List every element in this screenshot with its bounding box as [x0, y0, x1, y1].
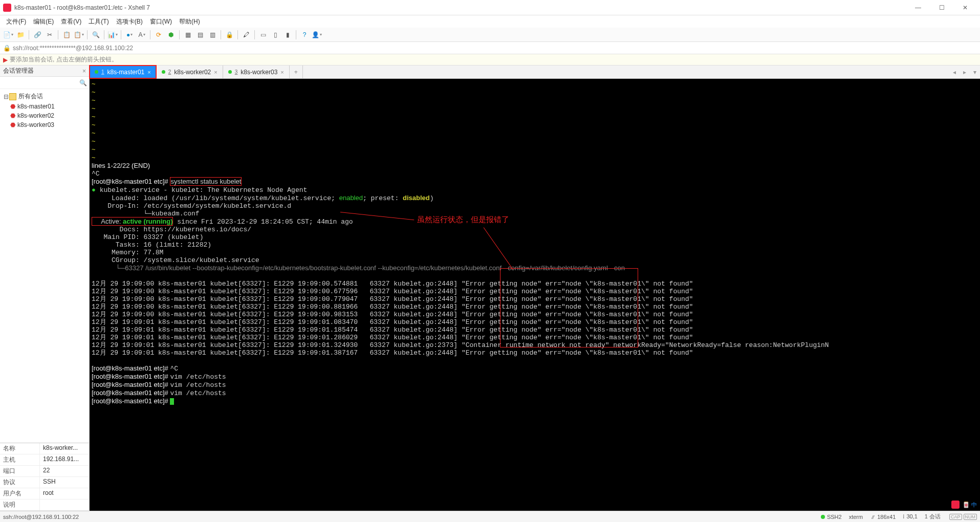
address-bar: 🔒 ssh://root:***************@192.168.91.… — [0, 42, 980, 54]
search-icon[interactable]: 🔍 — [79, 79, 87, 86]
tab-number: 3 — [235, 69, 238, 75]
new-session-button[interactable]: 📄 — [3, 30, 13, 40]
session-item[interactable]: ⬣ k8s-master01 — [0, 102, 89, 111]
tab-k8s-master01[interactable]: 1 k8s-master01 × — [90, 66, 157, 78]
tab-k8s-worker03[interactable]: 3 k8s-worker03 × — [223, 66, 290, 78]
lock-icon: 🔒 — [3, 45, 11, 52]
separator — [179, 30, 180, 39]
tab-number: 2 — [168, 69, 171, 75]
properties-button[interactable]: 📊 — [107, 30, 118, 40]
tree-root-label: 所有会话 — [18, 92, 43, 101]
menu-tab[interactable]: 选项卡(B) — [113, 16, 146, 27]
menu-view[interactable]: 查看(V) — [58, 16, 84, 27]
tab-list-button[interactable]: ▾ — [970, 66, 980, 78]
layout2-button[interactable]: ▤ — [195, 30, 205, 40]
help-button[interactable]: ? — [299, 30, 310, 40]
refresh-button[interactable]: ⟳ — [154, 30, 164, 40]
hint-text: 要添加当前会话, 点击左侧的箭头按钮。 — [10, 55, 118, 64]
tab-label: k8s-worker02 — [174, 69, 211, 76]
separator — [221, 30, 221, 39]
sidebar: 会话管理器 × 🔍 ⊟ 所有会话 ⬣ k8s-master01 ⬣ k8s-wo… — [0, 66, 90, 511]
titlebar: k8s-master01 - root@k8s-master01:/etc - … — [0, 0, 980, 15]
font-button[interactable]: A — [137, 30, 147, 40]
view3-button[interactable]: ▮ — [282, 30, 293, 40]
user-button[interactable]: 👤 — [312, 30, 322, 40]
layout3-button[interactable]: ▥ — [207, 30, 217, 40]
status-cursor: ⁞ 30,1 — [903, 513, 917, 520]
hint-bar: ▶ 要添加当前会话, 点击左侧的箭头按钮。 — [0, 54, 980, 66]
session-icon: ⬣ — [10, 103, 15, 110]
tab-close-icon[interactable]: × — [214, 69, 217, 75]
tray-ime-icon[interactable]: 🀄 中 — [963, 501, 977, 509]
tab-k8s-worker02[interactable]: 2 k8s-worker02 × — [157, 66, 223, 78]
address-text[interactable]: ssh://root:***************@192.168.91.10… — [13, 45, 133, 52]
status-caps: CAPNUM — [948, 513, 977, 520]
menu-window[interactable]: 窗口(W) — [147, 16, 175, 27]
paste-button[interactable]: 📋 — [74, 30, 84, 40]
status-connection: ssh://root@192.168.91.100:22 — [3, 514, 79, 520]
maximize-button[interactable]: ☐ — [930, 0, 953, 15]
layout1-button[interactable]: ▦ — [183, 30, 193, 40]
window-title: k8s-master01 - root@k8s-master01:/etc - … — [14, 4, 906, 11]
lock-button[interactable]: 🔒 — [224, 30, 234, 40]
session-tabs: 1 k8s-master01 × 2 k8s-worker02 × 3 k8s-… — [90, 66, 980, 79]
copy-button[interactable]: 📋 — [61, 30, 72, 40]
separator — [58, 30, 58, 39]
menu-edit[interactable]: 编辑(E) — [30, 16, 57, 27]
collapse-icon[interactable]: ⊟ — [3, 93, 9, 100]
separator — [121, 30, 121, 39]
content: 1 k8s-master01 × 2 k8s-worker02 × 3 k8s-… — [90, 66, 980, 511]
session-item[interactable]: ⬣ k8s-worker03 — [0, 120, 89, 129]
separator — [150, 30, 150, 39]
status-ssh: SSH2 — [821, 514, 842, 520]
view2-button[interactable]: ▯ — [270, 30, 280, 40]
menu-file[interactable]: 文件(F) — [3, 16, 29, 27]
session-tree: ⊟ 所有会话 ⬣ k8s-master01 ⬣ k8s-worker02 ⬣ k… — [0, 89, 89, 443]
session-item[interactable]: ⬣ k8s-worker02 — [0, 111, 89, 120]
reconnect-button[interactable]: 🔗 — [32, 30, 42, 40]
flag-icon: ▶ — [3, 56, 8, 63]
sidebar-search: 🔍 — [0, 77, 89, 89]
session-search-input[interactable] — [2, 79, 79, 86]
separator — [296, 30, 296, 39]
tab-number: 1 — [101, 69, 104, 75]
open-button[interactable]: 📁 — [15, 30, 26, 40]
main-area: 会话管理器 × 🔍 ⊟ 所有会话 ⬣ k8s-master01 ⬣ k8s-wo… — [0, 66, 980, 511]
tab-label: k8s-worker03 — [241, 69, 277, 76]
session-label: k8s-worker03 — [17, 121, 54, 128]
menu-help[interactable]: 帮助(H) — [176, 16, 203, 27]
terminal[interactable]: ~ ~ ~ ~ ~ ~ ~ ~ ~ ~ lines 1-22/22 (END) … — [90, 79, 980, 511]
status-dot-icon — [162, 70, 165, 74]
toolbar: 📄 📁 🔗 ✂ 📋 📋 🔍 📊 ● A ⟳ ⬢ ▦ ▤ ▥ 🔒 🖍 ▭ ▯ ▮ … — [0, 28, 980, 42]
tree-root[interactable]: ⊟ 所有会话 — [0, 91, 89, 102]
tools-button[interactable]: ⬢ — [166, 30, 176, 40]
prop-row: 说明 — [0, 499, 89, 511]
sidebar-title: 会话管理器 × — [0, 66, 89, 77]
highlight-button[interactable]: 🖍 — [241, 30, 251, 40]
prop-row: 主机192.168.91... — [0, 454, 89, 466]
sidebar-title-label: 会话管理器 — [3, 67, 34, 75]
menu-tools[interactable]: 工具(T) — [85, 16, 112, 27]
view1-button[interactable]: ▭ — [258, 30, 268, 40]
minimize-button[interactable]: — — [906, 0, 930, 15]
sidebar-close-button[interactable]: × — [82, 68, 86, 75]
tab-prev-button[interactable]: ◂ — [949, 66, 960, 78]
separator — [254, 30, 255, 39]
tab-next-button[interactable]: ▸ — [960, 66, 970, 78]
tray-app-icon[interactable] — [951, 501, 960, 509]
color-button[interactable]: ● — [124, 30, 135, 40]
close-button[interactable]: ✕ — [953, 0, 977, 15]
tab-close-icon[interactable]: × — [280, 69, 284, 75]
status-size: ⫽ 186x41 — [870, 514, 896, 520]
session-icon: ⬣ — [10, 121, 15, 128]
separator — [29, 30, 29, 39]
session-label: k8s-master01 — [17, 103, 55, 110]
tab-close-icon[interactable]: × — [147, 69, 150, 75]
separator — [104, 30, 104, 39]
add-tab-button[interactable]: + — [290, 66, 303, 78]
session-label: k8s-worker02 — [17, 112, 54, 119]
find-button[interactable]: 🔍 — [91, 30, 101, 40]
status-dot-icon — [228, 70, 232, 74]
session-properties: 名称k8s-worker... 主机192.168.91... 端口22 协议S… — [0, 443, 89, 511]
disconnect-button[interactable]: ✂ — [45, 30, 55, 40]
